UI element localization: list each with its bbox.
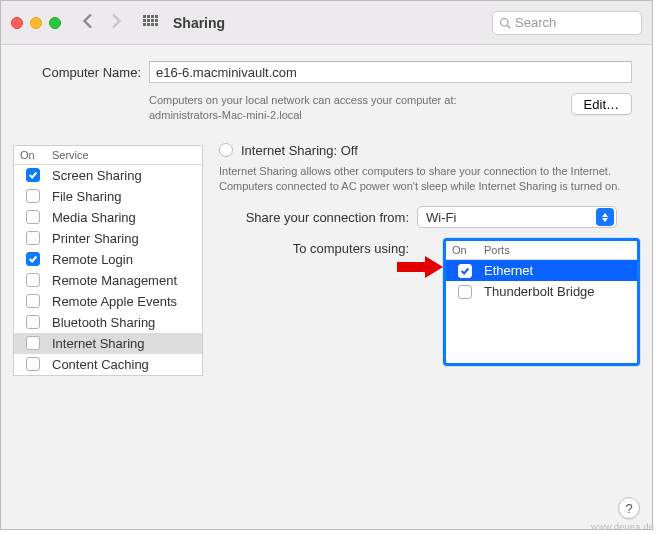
zoom-window-button[interactable]	[49, 17, 61, 29]
port-row[interactable]: Ethernet	[446, 260, 637, 281]
service-label: Remote Login	[52, 252, 133, 267]
preferences-window: Sharing Search Computer Name: Computers …	[0, 0, 653, 530]
search-icon	[499, 17, 511, 29]
minimize-window-button[interactable]	[30, 17, 42, 29]
services-list: On Service Screen SharingFile SharingMed…	[13, 145, 203, 376]
close-window-button[interactable]	[11, 17, 23, 29]
computer-name-hint-row: Computers on your local network can acce…	[1, 89, 652, 137]
share-from-label: Share your connection from:	[219, 210, 409, 225]
service-label: Remote Management	[52, 273, 177, 288]
detail-pane: Internet Sharing: Off Internet Sharing a…	[219, 137, 640, 367]
service-checkbox[interactable]	[26, 210, 40, 224]
detail-description: Internet Sharing allows other computers …	[219, 164, 640, 195]
service-label: Screen Sharing	[52, 168, 142, 183]
service-checkbox[interactable]	[26, 294, 40, 308]
ports-header-on: On	[452, 244, 478, 256]
service-label: Printer Sharing	[52, 231, 139, 246]
service-checkbox[interactable]	[26, 273, 40, 287]
port-row[interactable]: Thunderbolt Bridge	[446, 281, 637, 302]
share-from-value: Wi-Fi	[426, 210, 456, 225]
share-from-select[interactable]: Wi-Fi	[417, 206, 617, 228]
computer-name-row: Computer Name:	[1, 45, 652, 89]
computer-name-input[interactable]	[149, 61, 632, 83]
ports-header-ports: Ports	[484, 244, 510, 256]
service-checkbox[interactable]	[26, 189, 40, 203]
port-checkbox[interactable]	[458, 285, 472, 299]
service-row[interactable]: Remote Login	[14, 249, 202, 270]
share-from-row: Share your connection from: Wi-Fi	[219, 206, 640, 228]
search-input[interactable]: Search	[492, 11, 642, 35]
service-label: Internet Sharing	[52, 336, 145, 351]
watermark: www.deuea.de	[591, 522, 654, 532]
service-label: File Sharing	[52, 189, 121, 204]
services-header-service: Service	[52, 149, 89, 161]
port-checkbox[interactable]	[458, 264, 472, 278]
service-checkbox[interactable]	[26, 357, 40, 371]
service-row[interactable]: Printer Sharing	[14, 228, 202, 249]
port-label: Thunderbolt Bridge	[484, 284, 595, 299]
service-checkbox[interactable]	[26, 231, 40, 245]
ports-header: On Ports	[446, 241, 637, 260]
services-header: On Service	[14, 146, 202, 165]
back-button[interactable]	[81, 14, 95, 31]
service-row[interactable]: Bluetooth Sharing	[14, 312, 202, 333]
svg-line-1	[507, 25, 510, 28]
callout-arrow	[409, 238, 443, 256]
service-row[interactable]: Remote Management	[14, 270, 202, 291]
to-ports-label: To computers using:	[219, 238, 409, 256]
edit-hostname-button[interactable]: Edit…	[571, 93, 632, 115]
forward-button[interactable]	[109, 14, 123, 31]
service-row[interactable]: Media Sharing	[14, 207, 202, 228]
service-row[interactable]: Remote Apple Events	[14, 291, 202, 312]
service-row[interactable]: Content Caching	[14, 354, 202, 375]
titlebar: Sharing Search	[1, 1, 652, 45]
service-row[interactable]: File Sharing	[14, 186, 202, 207]
help-button[interactable]: ?	[618, 497, 640, 519]
service-row[interactable]: Screen Sharing	[14, 165, 202, 186]
service-label: Content Caching	[52, 357, 149, 372]
service-checkbox[interactable]	[26, 168, 40, 182]
ports-list: On Ports EthernetThunderbolt Bridge	[443, 238, 640, 366]
svg-point-0	[501, 18, 509, 26]
service-checkbox[interactable]	[26, 315, 40, 329]
show-all-icon[interactable]	[143, 15, 159, 31]
service-label: Media Sharing	[52, 210, 136, 225]
service-checkbox[interactable]	[26, 252, 40, 266]
computer-name-label: Computer Name:	[21, 65, 141, 80]
service-row[interactable]: Internet Sharing	[14, 333, 202, 354]
port-label: Ethernet	[484, 263, 533, 278]
search-placeholder: Search	[515, 15, 556, 30]
computer-name-hint: Computers on your local network can acce…	[149, 93, 563, 123]
window-controls	[11, 17, 61, 29]
service-label: Bluetooth Sharing	[52, 315, 155, 330]
nav-arrows	[81, 14, 123, 31]
services-header-on: On	[20, 149, 46, 161]
dropdown-caret-icon	[596, 208, 614, 226]
svg-marker-2	[397, 256, 443, 278]
service-checkbox[interactable]	[26, 336, 40, 350]
detail-title: Internet Sharing: Off	[241, 143, 358, 158]
window-title: Sharing	[173, 15, 225, 31]
service-label: Remote Apple Events	[52, 294, 177, 309]
internet-sharing-toggle[interactable]	[219, 143, 233, 157]
